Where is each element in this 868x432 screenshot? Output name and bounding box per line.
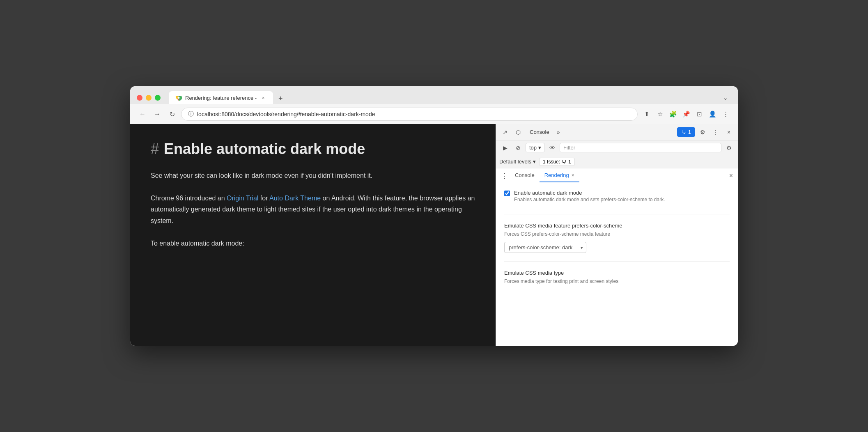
auto-dark-mode-desc: Enables automatic dark mode and sets pre… (514, 197, 665, 202)
filter-input[interactable] (560, 143, 721, 152)
extensions-button[interactable]: 🧩 (667, 108, 679, 120)
issue-chat-icon: 🗨 (681, 129, 687, 135)
auto-dark-mode-checkbox-row: Enable automatic dark mode Enables autom… (504, 190, 730, 202)
devtools-toolbar: ↗ ⬡ Console » 🗨 1 ⚙ ⋮ × (496, 124, 738, 140)
issue-button[interactable]: 🗨 1 (677, 127, 695, 137)
prefers-color-scheme-title: Emulate CSS media feature prefers-color-… (504, 223, 730, 229)
paragraph-3: To enable automatic dark mode: (151, 238, 475, 249)
console-panel-tab[interactable]: Console (510, 169, 540, 182)
rendering-panel-tab[interactable]: Rendering × (540, 169, 579, 182)
default-levels-dropdown[interactable]: Default levels ▾ (499, 159, 536, 165)
prefers-color-scheme-desc: Forces CSS prefers-color-scheme media fe… (504, 230, 730, 238)
inspect-element-button[interactable]: ↗ (499, 126, 511, 138)
issue-tag-label: 1 Issue: (543, 159, 560, 165)
origin-trial-link[interactable]: Origin Trial (227, 195, 258, 202)
window-controls: ⌄ (720, 93, 731, 103)
auto-dark-mode-section: Enable automatic dark mode Enables autom… (504, 190, 730, 214)
nav-actions: ⬆ ☆ 🧩 📌 ⊡ 👤 ⋮ (641, 108, 731, 120)
context-dropdown-arrow: ▾ (538, 145, 541, 151)
levels-label: Default levels (499, 159, 531, 165)
prefers-color-scheme-select[interactable]: No emulation prefers-color-scheme: light… (504, 242, 586, 253)
chrome-menu-button[interactable]: ⋮ (720, 108, 731, 120)
media-type-desc: Forces media type for testing print and … (504, 278, 730, 285)
console-tab-button[interactable]: Console (526, 127, 553, 137)
devtools-panel: ↗ ⬡ Console » 🗨 1 ⚙ ⋮ × ▶ ⊘ top ▾ (496, 124, 738, 346)
browser-window: Rendering: feature reference - × + ⌄ ← →… (130, 86, 738, 346)
eye-button[interactable]: 👁 (547, 142, 558, 154)
maximize-window-button[interactable] (155, 95, 161, 101)
profile-button[interactable]: 👤 (707, 108, 718, 120)
prefers-color-scheme-section: Emulate CSS media feature prefers-color-… (504, 223, 730, 262)
devtools-more-menu[interactable]: ⋮ (710, 126, 721, 138)
console-settings-button[interactable]: ⚙ (723, 142, 735, 154)
media-type-title: Emulate CSS media type (504, 270, 730, 276)
tab-close-button[interactable]: × (260, 94, 266, 101)
content-area: # Enable automatic dark mode See what yo… (130, 124, 738, 346)
tab-label: Rendering: feature reference - (185, 95, 257, 101)
minimize-window-button[interactable] (146, 95, 152, 101)
rendering-tab-close[interactable]: × (572, 172, 574, 178)
split-view-button[interactable]: ⊡ (693, 108, 705, 120)
forward-button[interactable]: → (152, 108, 163, 120)
page-content: # Enable automatic dark mode See what yo… (130, 124, 496, 346)
devtools-settings-button[interactable]: ⚙ (697, 126, 708, 138)
more-tabs-button[interactable]: » (555, 127, 562, 137)
panel-tab-dots[interactable]: ⋮ (499, 171, 510, 180)
auto-dark-theme-link[interactable]: Auto Dark Theme (269, 195, 321, 202)
url-text: localhost:8080/docs/devtools/rendering/#… (197, 111, 631, 117)
refresh-button[interactable]: ↻ (166, 108, 178, 120)
panel-tabs-row: ⋮ Console Rendering × × (496, 168, 738, 183)
issue-tag-icon: 🗨 (562, 159, 567, 165)
close-window-button[interactable] (137, 95, 142, 101)
hash-symbol: # (151, 140, 159, 158)
new-tab-button[interactable]: + (275, 93, 286, 104)
share-button[interactable]: ⬆ (641, 108, 652, 120)
context-selector[interactable]: top ▾ (526, 143, 545, 152)
traffic-lights (137, 95, 161, 101)
issue-count: 1 (688, 129, 691, 135)
svg-point-1 (178, 97, 180, 99)
page-heading-text: Enable automatic dark mode (164, 140, 365, 158)
clear-console-button[interactable]: ▶ (499, 142, 511, 154)
title-bar: Rendering: feature reference - × + ⌄ (130, 86, 738, 104)
nav-bar: ← → ↻ ⓘ localhost:8080/docs/devtools/ren… (130, 104, 738, 124)
auto-dark-mode-label-group: Enable automatic dark mode Enables autom… (514, 190, 665, 202)
block-request-button[interactable]: ⊘ (512, 142, 524, 154)
issue-tag[interactable]: 1 Issue: 🗨 1 (539, 158, 575, 166)
browser-tab[interactable]: Rendering: feature reference - × (169, 91, 273, 104)
media-type-section: Emulate CSS media type Forces media type… (504, 270, 730, 297)
devtools-close-button[interactable]: × (723, 126, 735, 138)
back-button[interactable]: ← (137, 108, 148, 120)
auto-dark-mode-checkbox[interactable] (504, 191, 510, 196)
panel-close-button[interactable]: × (728, 172, 735, 179)
issue-tag-count: 1 (568, 159, 571, 165)
paragraph-1: See what your site can look like in dark… (151, 170, 475, 181)
context-label: top (529, 145, 537, 151)
device-toolbar-button[interactable]: ⬡ (512, 126, 524, 138)
chevron-down-icon[interactable]: ⌄ (720, 93, 731, 103)
paragraph-2: Chrome 96 introduced an Origin Trial for… (151, 193, 475, 226)
info-icon: ⓘ (188, 110, 194, 118)
bookmark-button[interactable]: ☆ (654, 108, 666, 120)
console-toolbar: ▶ ⊘ top ▾ 👁 ⚙ (496, 140, 738, 155)
chrome-tab-icon (175, 94, 182, 101)
page-heading: # Enable automatic dark mode (151, 140, 475, 158)
rendering-content: Enable automatic dark mode Enables autom… (496, 183, 738, 346)
levels-arrow: ▾ (533, 159, 536, 165)
address-bar[interactable]: ⓘ localhost:8080/docs/devtools/rendering… (181, 108, 638, 121)
tabs-area: Rendering: feature reference - × + (169, 91, 715, 104)
levels-bar: Default levels ▾ 1 Issue: 🗨 1 (496, 155, 738, 168)
prefers-color-scheme-dropdown-wrapper: No emulation prefers-color-scheme: light… (504, 242, 586, 253)
cast-button[interactable]: 📌 (680, 108, 692, 120)
auto-dark-mode-title: Enable automatic dark mode (514, 190, 665, 196)
